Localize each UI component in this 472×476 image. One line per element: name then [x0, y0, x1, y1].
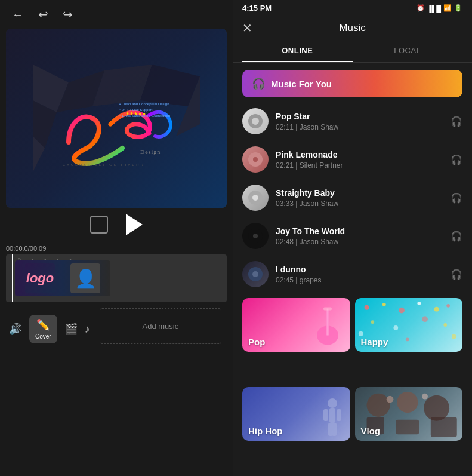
bottom-toolbar: 🔊 ✏️ Cover 🎬 ♪ Add music	[0, 302, 233, 356]
svg-point-32	[399, 308, 405, 314]
track-item[interactable]: Pink Lemonade 02:21 | Silent Partner 🎧	[237, 140, 467, 179]
track-meta: 02:48 | Jason Shaw	[276, 238, 443, 246]
track-item[interactable]: Straighty Baby 03:33 | Jason Shaw 🎧	[237, 179, 467, 217]
genre-label-vlog: Vlog	[361, 426, 381, 436]
music-for-you-banner[interactable]: 🎧 Music For You	[242, 70, 462, 97]
track-meta: 02:11 | Jason Shaw	[276, 123, 443, 131]
svg-point-40	[358, 331, 363, 336]
play-button[interactable]	[126, 214, 143, 235]
track-info-joy-world: Joy To The World 02:48 | Jason Shaw	[276, 226, 443, 246]
music-for-you-title: Music For You	[271, 79, 332, 89]
timeline-track[interactable]: 0 • • • • logo 👤	[6, 254, 227, 302]
signal-icon: ▐▌█	[427, 5, 441, 12]
logo-svg: Design ★★★★★ • Clean and Conceptual Desi…	[33, 65, 200, 172]
track-thumb-pink-lemonade	[242, 146, 269, 173]
cover-button[interactable]: ✏️ Cover	[29, 315, 57, 343]
svg-point-38	[422, 316, 428, 322]
headphones-icon-joy-world[interactable]: 🎧	[451, 231, 462, 242]
back-button[interactable]: ←	[12, 8, 24, 22]
svg-point-19	[252, 195, 258, 201]
svg-point-50	[397, 392, 418, 413]
music-header: ✕ Music	[233, 16, 472, 40]
svg-point-41	[405, 337, 409, 341]
volume-button[interactable]: 🔊	[9, 323, 22, 336]
genre-label-hiphop: Hip Hop	[248, 426, 283, 436]
svg-point-35	[446, 304, 450, 308]
svg-text:• 24 x 7 Live Support: • 24 x 7 Live Support	[119, 108, 153, 112]
track-item[interactable]: I dunno 02:45 | grapes 🎧	[237, 255, 467, 293]
add-music-label: Add music	[142, 322, 178, 331]
time-total: 00:09	[30, 245, 47, 252]
svg-rect-48	[332, 423, 337, 436]
svg-rect-44	[329, 408, 335, 423]
genre-card-happy[interactable]: Happy	[355, 298, 463, 352]
tab-local[interactable]: LOCAL	[353, 40, 463, 62]
track-name: Pink Lemonade	[276, 150, 443, 159]
timeline-playhead	[12, 254, 13, 302]
svg-point-23	[252, 271, 258, 277]
svg-point-56	[422, 394, 428, 400]
clip-inner: logo 👤	[15, 260, 110, 296]
svg-text:Design: Design	[140, 149, 161, 155]
timeline-clip[interactable]: logo 👤	[15, 260, 110, 296]
genre-grid: Pop	[233, 293, 472, 476]
track-meta: 02:21 | Silent Partner	[276, 161, 443, 170]
timeline-bar: 00:00.0/00:09	[0, 241, 233, 254]
genre-card-vlog[interactable]: Vlog	[355, 387, 463, 441]
status-bar: 4:15 PM ⏰ ▐▌█ 📶 🔋	[233, 0, 472, 16]
headphones-icon-straighty-baby[interactable]: 🎧	[451, 192, 462, 204]
track-name: Pop Star	[276, 112, 443, 121]
track-info-pop-star: Pop Star 02:11 | Jason Shaw	[276, 112, 443, 131]
svg-point-30	[364, 305, 369, 310]
video-icon: 🎬	[64, 323, 78, 336]
track-meta: 03:33 | Jason Shaw	[276, 199, 443, 208]
svg-rect-46	[337, 409, 341, 421]
undo-button[interactable]: ↩	[38, 7, 48, 22]
svg-text:• Clean and Conceptual Design: • Clean and Conceptual Design	[119, 102, 169, 106]
svg-point-42	[451, 334, 456, 339]
wifi-icon: 📶	[443, 4, 452, 12]
svg-point-17	[253, 157, 258, 162]
genre-card-pop[interactable]: Pop	[242, 298, 350, 352]
cover-label: Cover	[35, 333, 51, 340]
svg-point-49	[366, 394, 390, 417]
music-note-icon: ♪	[85, 323, 90, 336]
headphones-icon-i-dunno[interactable]: 🎧	[451, 269, 462, 280]
right-panel: 4:15 PM ⏰ ▐▌█ 📶 🔋 ✕ Music ONLINE LOCAL 🎧…	[233, 0, 472, 476]
time-current: 00:00.0	[6, 245, 28, 252]
svg-point-43	[328, 398, 337, 408]
headphones-icon-pop-star[interactable]: 🎧	[451, 116, 462, 127]
canvas-area: Design ★★★★★ • Clean and Conceptual Desi…	[6, 29, 227, 208]
redo-button[interactable]: ↪	[63, 7, 73, 22]
genre-card-hiphop[interactable]: Hip Hop	[242, 387, 350, 441]
frame-icon	[90, 216, 108, 234]
track-item[interactable]: Joy To The World 02:48 | Jason Shaw 🎧	[237, 217, 467, 255]
svg-rect-54	[430, 417, 456, 437]
svg-text:EXCLUSIVELY ON FIVERR: EXCLUSIVELY ON FIVERR	[63, 163, 145, 167]
close-button[interactable]: ✕	[242, 21, 252, 35]
alarm-icon: ⏰	[417, 4, 425, 12]
track-name: Straighty Baby	[276, 188, 443, 198]
svg-point-37	[393, 325, 398, 330]
svg-rect-45	[323, 409, 328, 421]
svg-point-34	[434, 307, 439, 312]
add-music-area[interactable]: Add music	[100, 308, 221, 344]
tabs: ONLINE LOCAL	[233, 40, 472, 63]
track-item[interactable]: Pop Star 02:11 | Jason Shaw 🎧	[237, 102, 467, 140]
svg-point-39	[443, 323, 447, 327]
battery-icon: 🔋	[454, 4, 462, 12]
svg-text:• 100% Satisfaction Guaranteed: • 100% Satisfaction Guaranteed	[119, 114, 170, 118]
track-name: Joy To The World	[276, 226, 443, 236]
tab-online[interactable]: ONLINE	[242, 40, 353, 62]
volume-icon: 🔊	[9, 323, 22, 336]
svg-point-55	[386, 396, 393, 403]
video-button[interactable]: 🎬	[64, 323, 78, 336]
track-info-pink-lemonade: Pink Lemonade 02:21 | Silent Partner	[276, 150, 443, 170]
svg-point-33	[417, 302, 421, 305]
track-info-straighty-baby: Straighty Baby 03:33 | Jason Shaw	[276, 188, 443, 208]
left-toolbar: ← ↩ ↪	[0, 0, 233, 29]
music-note-button[interactable]: ♪	[85, 323, 90, 336]
headphones-icon: 🎧	[252, 77, 265, 90]
headphones-icon-pink-lemonade[interactable]: 🎧	[451, 154, 462, 165]
left-panel: ← ↩ ↪ Design	[0, 0, 233, 476]
